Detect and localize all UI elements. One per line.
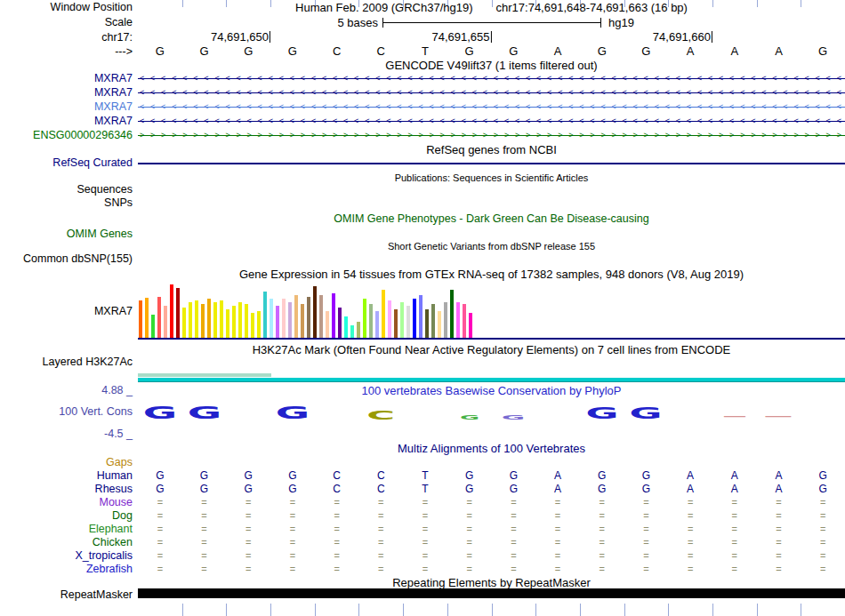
track-label-gene-MXRA7[interactable]: MXRA7	[0, 72, 133, 85]
gene-model-MXRA7[interactable]: <<<<<<<<<<<<<<<<<<<<<<<<<<<<<<<<<<<<<<<<…	[138, 72, 845, 84]
track-label-gene-MXRA7[interactable]: MXRA7	[0, 100, 133, 114]
gtex-bar	[282, 299, 286, 338]
repeatmasker-bar[interactable]	[138, 588, 845, 598]
alignment-cell: G	[801, 483, 845, 496]
alignment-cell: =	[801, 563, 845, 576]
track-label-zebrafish[interactable]: Zebrafish	[0, 563, 133, 576]
alignment-cell: =	[358, 536, 403, 549]
alignment-cell: =	[182, 549, 227, 563]
repeatmasker-header: Repeating Elements by RepeatMasker	[138, 576, 845, 589]
publications-header: Publications: Sequences in Scientific Ar…	[138, 172, 845, 185]
track-label-gene-MXRA7[interactable]: MXRA7	[0, 86, 133, 100]
track-label-gene-ENSG00000296346[interactable]: ENSG00000296346	[0, 129, 133, 142]
alignment-cell: =	[757, 536, 801, 549]
gtex-bar	[270, 299, 273, 338]
track-label-sequences[interactable]: Sequences	[0, 183, 133, 196]
alignment-cell: =	[492, 536, 536, 549]
alignment-row-x_tropicalis: ================	[138, 549, 845, 563]
gtex-bar	[145, 298, 149, 338]
alignment-cell: =	[270, 496, 315, 509]
coordinate-label: 74,691,655	[431, 31, 491, 44]
alignment-cell: =	[535, 496, 580, 509]
gene-model-ENSG00000296346[interactable]: >>>>>>>>>>>>>>>>>>>>>>>>>>>>>>>>>>>>>>>>…	[138, 129, 845, 141]
phylop-logo-letter: G	[276, 404, 310, 421]
column-tick	[226, 604, 227, 616]
alignment-cell: G	[182, 469, 227, 483]
alignment-cell: =	[712, 523, 757, 536]
gtex-bar	[469, 313, 472, 338]
alignment-cell: =	[535, 536, 580, 549]
gtex-bar	[375, 311, 379, 338]
alignment-cell: =	[403, 509, 447, 523]
alignment-cell: =	[712, 496, 757, 509]
alignment-cell: =	[226, 563, 270, 576]
phylop-logo-letter: G	[630, 405, 663, 421]
ucsc-genome-browser: Window Position Human Feb. 2009 (GRCh37/…	[0, 0, 845, 616]
alignment-cell: =	[492, 549, 536, 563]
alignment-cell: G	[492, 483, 536, 496]
coordinate-text: 74,691,655	[431, 31, 489, 44]
gtex-bar	[450, 290, 454, 338]
alignment-cell: =	[403, 536, 447, 549]
track-label-omim-genes[interactable]: OMIM Genes	[0, 228, 133, 241]
base-cell: G	[447, 44, 492, 58]
alignment-cell: A	[712, 483, 757, 496]
alignment-cell: =	[801, 536, 845, 549]
alignment-cell: =	[315, 523, 359, 536]
track-label-mouse[interactable]: Mouse	[0, 496, 133, 509]
gtex-bar	[164, 306, 167, 338]
coordinate-tick	[712, 31, 712, 43]
gtex-bar	[394, 309, 398, 338]
gtex-bar	[232, 306, 236, 338]
track-label-rhesus[interactable]: Rhesus	[0, 483, 133, 496]
track-label-common-dbsnp[interactable]: Common dbSNP(155)	[0, 252, 133, 266]
base-cell: G	[801, 44, 845, 58]
gtex-bar	[195, 300, 198, 338]
alignment-cell: =	[447, 523, 492, 536]
gene-model-MXRA7[interactable]: <<<<<<<<<<<<<<<<<<<<<<<<<<<<<<<<<<<<<<<<…	[138, 115, 845, 127]
alignment-cell: =	[403, 549, 447, 563]
position-text: chr17:74,691,648-74,691,663 (16 bp)	[496, 1, 688, 14]
alignment-cell: T	[403, 483, 447, 496]
track-label-100-vert-cons[interactable]: 100 Vert. Cons	[0, 405, 133, 419]
alignment-cell: =	[138, 509, 182, 523]
track-label-dog[interactable]: Dog	[0, 509, 133, 523]
track-label-elephant[interactable]: Elephant	[0, 523, 133, 536]
track-label-refseq-curated[interactable]: RefSeq Curated	[0, 156, 133, 170]
alignment-cell: =	[580, 509, 624, 523]
alignment-row-mouse: ================	[138, 496, 845, 509]
gtex-bar	[382, 290, 385, 338]
alignment-cell: =	[447, 509, 492, 523]
alignment-cell: =	[403, 496, 447, 509]
track-label-chicken[interactable]: Chicken	[0, 536, 133, 549]
alignment-cell: =	[624, 523, 669, 536]
alignment-cell: =	[315, 496, 359, 509]
gene-model-MXRA7[interactable]: <<<<<<<<<<<<<<<<<<<<<<<<<<<<<<<<<<<<<<<<…	[138, 100, 845, 113]
track-label-snps[interactable]: SNPs	[0, 196, 133, 210]
gene-direction-arrows: <<<<<<<<<<<<<<<<<<<<<<<<<<<<<<<<<<<<<<<<…	[140, 72, 845, 84]
alignment-cell: =	[624, 549, 669, 563]
position-title: Human Feb. 2009 (GRCh37/hg19) chr17:74,6…	[138, 1, 845, 14]
alignment-cell: =	[801, 496, 845, 509]
gene-model-MXRA7[interactable]: <<<<<<<<<<<<<<<<<<<<<<<<<<<<<<<<<<<<<<<<…	[138, 86, 845, 99]
refseq-gene-bar[interactable]	[138, 163, 845, 164]
gtex-bar	[344, 316, 348, 338]
track-label-human[interactable]: Human	[0, 469, 133, 483]
alignment-cell: =	[668, 509, 712, 523]
track-label-repeatmasker[interactable]: RepeatMasker	[0, 588, 133, 602]
gtex-bar	[313, 286, 317, 338]
alignment-cell: =	[447, 563, 492, 576]
base-cell: A	[712, 44, 757, 58]
track-label-gtex-mxra7[interactable]: MXRA7	[0, 305, 133, 318]
alignment-row-elephant: ================	[138, 523, 845, 536]
track-label-gaps[interactable]: Gaps	[0, 456, 133, 469]
alignment-cell: =	[668, 496, 712, 509]
track-label-h3k27ac[interactable]: Layered H3K27Ac	[0, 356, 133, 369]
coordinate-tick	[270, 31, 270, 43]
phylop-header: 100 vertebrates Basewise Conservation by…	[138, 384, 845, 397]
track-label-gene-MXRA7[interactable]: MXRA7	[0, 115, 133, 128]
base-cell: G	[580, 44, 624, 58]
strand-arrow-label: --->	[0, 45, 133, 59]
column-tick	[624, 604, 625, 616]
track-label-x_tropicalis[interactable]: X_tropicalis	[0, 549, 133, 563]
